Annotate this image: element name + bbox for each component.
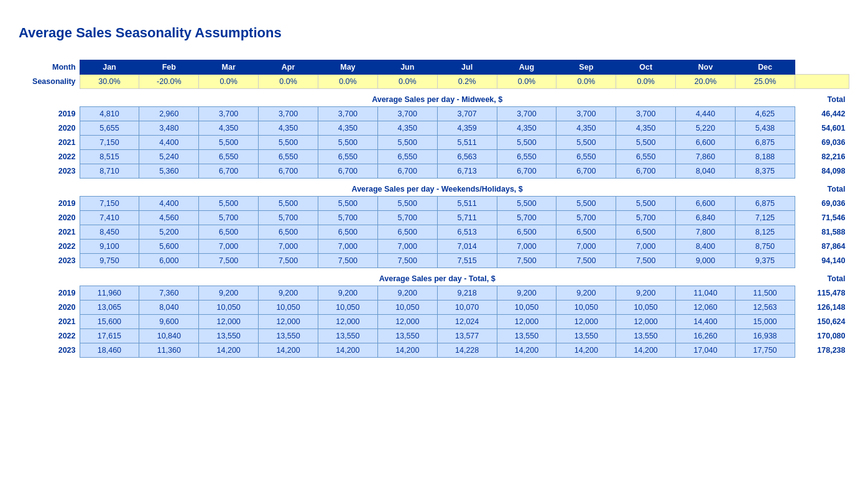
seasonality-table: Month Jan Feb Mar Apr May Jun Jul Aug Se… <box>19 60 849 358</box>
weekends-header-blank <box>19 179 80 197</box>
month-jun: Jun <box>377 60 437 75</box>
page-title: Average Sales Seasonality Assumptions <box>19 25 849 41</box>
midweek-2021-row: 2021 7,150 4,400 5,500 5,500 5,500 5,500… <box>19 136 849 150</box>
season-may: 0.0% <box>318 75 377 89</box>
midweek-header-blank <box>19 89 80 107</box>
season-jul: 0.2% <box>437 75 497 89</box>
total-2021-row: 2021 15,600 9,600 12,000 12,000 12,000 1… <box>19 315 849 329</box>
total-header-placeholder <box>795 60 849 75</box>
total-section-label: Average Sales per day - Total, $ <box>80 268 795 286</box>
month-jan: Jan <box>80 60 139 75</box>
midweek-2019-year: 2019 <box>19 107 80 121</box>
weekends-section-label: Average Sales per day - Weekends/Holiday… <box>80 179 795 197</box>
total-2019-row: 2019 11,960 7,360 9,200 9,200 9,200 9,20… <box>19 286 849 300</box>
month-sep: Sep <box>556 60 616 75</box>
total-2020-row: 2020 13,065 8,040 10,050 10,050 10,050 1… <box>19 300 849 315</box>
weekends-2023-row: 2023 9,750 6,000 7,500 7,500 7,500 7,500… <box>19 254 849 268</box>
total-section-total-label: Total <box>795 268 849 286</box>
season-nov: 20.0% <box>676 75 736 89</box>
total-2023-row: 2023 18,460 11,360 14,200 14,200 14,200 … <box>19 343 849 358</box>
month-may: May <box>318 60 377 75</box>
midweek-section-label: Average Sales per day - Midweek, $ <box>80 89 795 107</box>
total-2022-row: 2022 17,615 10,840 13,550 13,550 13,550 … <box>19 329 849 343</box>
seasonality-label: Seasonality <box>19 75 80 89</box>
midweek-2023-row: 2023 8,710 5,360 6,700 6,700 6,700 6,700… <box>19 164 849 179</box>
month-nov: Nov <box>676 60 736 75</box>
main-table-container: Month Jan Feb Mar Apr May Jun Jul Aug Se… <box>19 60 849 358</box>
season-apr: 0.0% <box>259 75 318 89</box>
month-aug: Aug <box>497 60 556 75</box>
total-section-header: Average Sales per day - Total, $ Total <box>19 268 849 286</box>
season-total-blank <box>795 75 849 89</box>
season-jun: 0.0% <box>377 75 437 89</box>
midweek-2020-row: 2020 5,655 3,480 4,350 4,350 4,350 4,350… <box>19 121 849 136</box>
month-label-header: Month <box>19 60 80 75</box>
month-jul: Jul <box>437 60 497 75</box>
weekends-2021-row: 2021 8,450 5,200 6,500 6,500 6,500 6,500… <box>19 225 849 240</box>
season-aug: 0.0% <box>497 75 556 89</box>
weekends-section-header: Average Sales per day - Weekends/Holiday… <box>19 179 849 197</box>
season-sep: 0.0% <box>556 75 616 89</box>
total-header-blank <box>19 268 80 286</box>
weekends-2019-row: 2019 7,150 4,400 5,500 5,500 5,500 5,500… <box>19 197 849 211</box>
midweek-total-label: Total <box>795 89 849 107</box>
season-feb: -20.0% <box>139 75 199 89</box>
month-oct: Oct <box>616 60 676 75</box>
month-feb: Feb <box>139 60 199 75</box>
season-jan: 30.0% <box>80 75 139 89</box>
weekends-total-label: Total <box>795 179 849 197</box>
month-apr: Apr <box>259 60 318 75</box>
month-header-row: Month Jan Feb Mar Apr May Jun Jul Aug Se… <box>19 60 849 75</box>
season-mar: 0.0% <box>199 75 259 89</box>
season-oct: 0.0% <box>616 75 676 89</box>
midweek-2022-row: 2022 8,515 5,240 6,550 6,550 6,550 6,550… <box>19 150 849 164</box>
midweek-2019-row: 2019 4,810 2,960 3,700 3,700 3,700 3,700… <box>19 107 849 121</box>
seasonality-row: Seasonality 30.0% -20.0% 0.0% 0.0% 0.0% … <box>19 75 849 89</box>
season-dec: 25.0% <box>735 75 795 89</box>
weekends-2022-row: 2022 9,100 5,600 7,000 7,000 7,000 7,000… <box>19 240 849 254</box>
weekends-2020-row: 2020 7,410 4,560 5,700 5,700 5,700 5,700… <box>19 211 849 225</box>
month-mar: Mar <box>199 60 259 75</box>
midweek-section-header: Average Sales per day - Midweek, $ Total <box>19 89 849 107</box>
month-dec: Dec <box>735 60 795 75</box>
